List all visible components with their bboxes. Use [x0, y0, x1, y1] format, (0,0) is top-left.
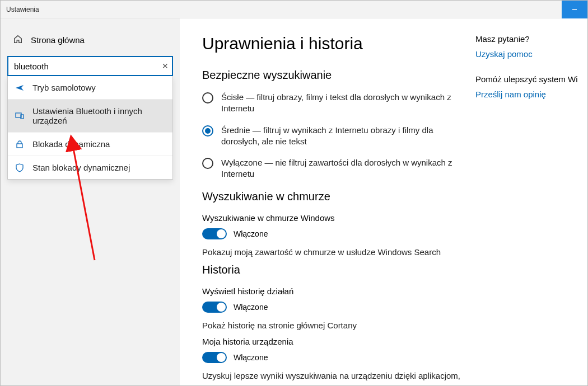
feedback-heading: Pomóż ulepszyć system Wi: [475, 74, 584, 84]
feedback-link[interactable]: Prześlij nam opinię: [475, 90, 584, 99]
svg-rect-3: [17, 144, 22, 148]
suggestion-label: Stan blokady dynamicznej: [32, 163, 130, 172]
suggestion-airplane-mode[interactable]: Tryb samolotowy: [8, 76, 172, 99]
search-wrap: ✕: [7, 56, 173, 76]
titlebar: Ustawienia: [1, 1, 587, 18]
clear-search-icon[interactable]: ✕: [162, 62, 169, 70]
cloud-desc: Pokazuj moją zawartość w chmurze w usłud…: [202, 247, 464, 257]
shield-icon: [15, 163, 25, 172]
main-panel: Uprawnienia i historia Bezpieczne wyszuk…: [202, 34, 475, 385]
toggle-label: Włączone: [234, 229, 268, 238]
safesearch-strict[interactable]: Ścisłe — filtruj obrazy, filmy i tekst d…: [202, 92, 464, 115]
search-suggestions: Tryb samolotowy Ustawienia Bluetooth i i…: [7, 76, 173, 180]
sidebar: Strona główna ✕ Tryb samolotowy Usta: [1, 18, 180, 385]
aside-panel: Masz pytanie? Uzyskaj pomoc Pomóż ulepsz…: [475, 34, 587, 385]
radio-icon: [202, 125, 213, 136]
page-title: Uprawnienia i historia: [202, 34, 464, 53]
radio-label: Wyłączone — nie filtruj zawartości dla d…: [221, 157, 464, 180]
radio-label: Średnie — filtruj w wynikach z Internetu…: [221, 125, 464, 148]
minimize-button[interactable]: [562, 1, 587, 18]
toggle-label: Włączone: [234, 353, 268, 362]
devices-icon: [15, 111, 25, 120]
help-heading: Masz pytanie?: [475, 34, 584, 44]
history-heading: Historia: [202, 263, 464, 276]
content: Uprawnienia i historia Bezpieczne wyszuk…: [180, 18, 587, 385]
toggle-label: Włączone: [234, 303, 268, 312]
cloud-subhead: Wyszukiwanie w chmurze Windows: [202, 213, 464, 223]
suggestion-label: Blokada dynamiczna: [32, 139, 110, 149]
history-toggle-1[interactable]: [202, 302, 227, 313]
help-link[interactable]: Uzyskaj pomoc: [475, 49, 584, 59]
home-link[interactable]: Strona główna: [1, 30, 180, 56]
cloud-toggle[interactable]: [202, 228, 227, 239]
suggestion-bluetooth-settings[interactable]: Ustawienia Bluetooth i innych urządzeń: [8, 99, 172, 132]
window-title: Ustawienia: [1, 6, 39, 13]
history-sub2: Moja historia urządzenia: [202, 337, 464, 346]
safesearch-moderate[interactable]: Średnie — filtruj w wynikach z Internetu…: [202, 125, 464, 148]
history-toggle-2[interactable]: [202, 352, 227, 363]
radio-icon: [202, 158, 213, 169]
suggestion-dynamic-lock-status[interactable]: Stan blokady dynamicznej: [8, 156, 172, 179]
radio-label: Ścisłe — filtruj obrazy, filmy i tekst d…: [221, 92, 464, 115]
suggestion-label: Tryb samolotowy: [32, 83, 96, 92]
history-desc1: Pokaż historię na stronie głównej Cortan…: [202, 321, 464, 330]
history-sub1: Wyświetl historię działań: [202, 286, 464, 296]
suggestion-label: Ustawienia Bluetooth i innych urządzeń: [32, 106, 166, 125]
settings-window: Ustawienia Strona główna ✕: [0, 0, 588, 386]
safesearch-off[interactable]: Wyłączone — nie filtruj zawartości dla d…: [202, 157, 464, 180]
home-label: Strona główna: [31, 35, 85, 45]
home-icon: [13, 34, 23, 46]
suggestion-dynamic-lock[interactable]: Blokada dynamiczna: [8, 132, 172, 156]
radio-icon: [202, 92, 213, 103]
safesearch-heading: Bezpieczne wyszukiwanie: [202, 69, 464, 82]
history-desc2: Uzyskuj lepsze wyniki wyszukiwania na ur…: [202, 371, 464, 380]
cloud-heading: Wyszukiwanie w chmurze: [202, 190, 464, 203]
search-input[interactable]: [7, 56, 173, 76]
airplane-icon: [15, 83, 25, 92]
lock-icon: [15, 140, 25, 149]
